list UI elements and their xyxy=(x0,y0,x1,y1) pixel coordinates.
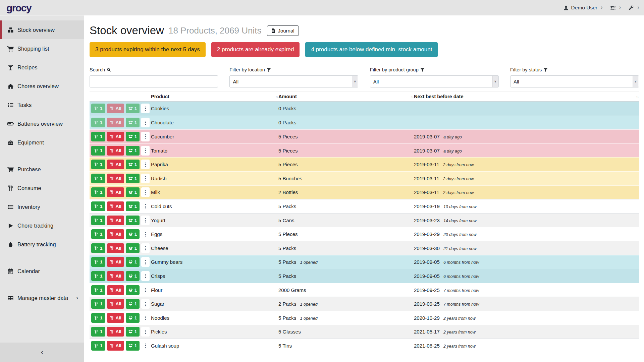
open-one-button[interactable]: 1 xyxy=(126,257,140,267)
date-column-header[interactable]: Next best before date ↑↓ xyxy=(414,94,639,99)
row-menu-button[interactable]: ⋮ xyxy=(141,201,150,211)
consume-all-button[interactable]: All xyxy=(107,341,124,351)
open-one-button[interactable]: 1 xyxy=(126,132,140,141)
consume-all-button[interactable]: All xyxy=(107,201,124,211)
product-column-header[interactable]: Product ↑↓ xyxy=(151,94,278,99)
open-one-button[interactable]: 1 xyxy=(126,174,140,183)
consume-one-button[interactable]: 1 xyxy=(91,271,105,281)
sidebar-item-inventory[interactable]: Inventory xyxy=(0,197,84,216)
sidebar-item-battery-tracking[interactable]: Battery tracking xyxy=(0,235,84,254)
row-menu-button[interactable]: ⋮ xyxy=(141,341,150,351)
row-menu-button[interactable]: ⋮ xyxy=(141,313,150,323)
consume-all-button[interactable]: All xyxy=(107,118,124,127)
consume-one-button[interactable]: 1 xyxy=(91,146,105,156)
sidebar-item-equipment[interactable]: Equipment xyxy=(0,133,84,152)
row-menu-button[interactable]: ⋮ xyxy=(141,187,150,197)
status-select[interactable]: All ∨ xyxy=(510,75,639,87)
sidebar-item-chores-overview[interactable]: Chores overview xyxy=(0,77,84,96)
open-one-button[interactable]: 1 xyxy=(126,201,140,211)
alert-badge[interactable]: 4 products are below defined min. stock … xyxy=(305,42,438,57)
sidebar-item-consume[interactable]: Consume xyxy=(0,179,84,197)
open-one-button[interactable]: 1 xyxy=(126,299,140,309)
consume-one-button[interactable]: 1 xyxy=(91,243,105,253)
row-menu-button[interactable]: ⋮ xyxy=(141,132,150,141)
location-select[interactable]: All ∨ xyxy=(229,75,358,87)
consume-one-button[interactable]: 1 xyxy=(91,104,105,113)
consume-all-button[interactable]: All xyxy=(107,285,124,295)
open-one-button[interactable]: 1 xyxy=(126,243,140,253)
row-menu-button[interactable]: ⋮ xyxy=(141,257,150,267)
row-menu-button[interactable]: ⋮ xyxy=(141,174,150,183)
sidebar-item-shopping-list[interactable]: Shopping list xyxy=(0,39,84,58)
consume-one-button[interactable]: 1 xyxy=(91,327,105,337)
consume-one-button[interactable]: 1 xyxy=(91,174,105,183)
sidebar-item-stock-overview[interactable]: Stock overview xyxy=(0,20,84,39)
consume-all-button[interactable]: All xyxy=(107,271,124,281)
sidebar-item-batteries-overview[interactable]: Batteries overview xyxy=(0,114,84,133)
row-menu-button[interactable]: ⋮ xyxy=(141,327,150,337)
row-menu-button[interactable]: ⋮ xyxy=(141,271,150,281)
row-menu-button[interactable]: ⋮ xyxy=(141,160,150,169)
open-one-button[interactable]: 1 xyxy=(126,285,140,295)
consume-one-button[interactable]: 1 xyxy=(91,118,105,127)
consume-all-button[interactable]: All xyxy=(107,146,124,156)
alert-badge[interactable]: 2 products are already expired xyxy=(211,42,300,57)
row-menu-button[interactable]: ⋮ xyxy=(141,243,150,253)
journal-button[interactable]: Journal xyxy=(267,25,299,36)
row-menu-button[interactable]: ⋮ xyxy=(141,299,150,309)
alert-badge[interactable]: 3 products expiring within the next 5 da… xyxy=(90,42,206,57)
consume-all-button[interactable]: All xyxy=(107,174,124,183)
open-one-button[interactable]: 1 xyxy=(126,146,140,156)
row-menu-button[interactable]: ⋮ xyxy=(141,146,150,156)
app-logo[interactable]: grocy xyxy=(6,2,31,14)
consume-one-button[interactable]: 1 xyxy=(91,313,105,323)
row-menu-button[interactable]: ⋮ xyxy=(141,118,150,127)
open-one-button[interactable]: 1 xyxy=(126,229,140,239)
consume-one-button[interactable]: 1 xyxy=(91,132,105,141)
sidebar-item-chore-tracking[interactable]: Chore tracking xyxy=(0,216,84,235)
consume-all-button[interactable]: All xyxy=(107,104,124,113)
sidebar-item-tasks[interactable]: Tasks xyxy=(0,96,84,114)
consume-all-button[interactable]: All xyxy=(107,243,124,253)
consume-all-button[interactable]: All xyxy=(107,132,124,141)
sidebar-item-manage-master-data[interactable]: Manage master data › xyxy=(0,289,84,307)
open-one-button[interactable]: 1 xyxy=(126,327,140,337)
open-one-button[interactable]: 1 xyxy=(126,187,140,197)
row-menu-button[interactable]: ⋮ xyxy=(141,229,150,239)
consume-one-button[interactable]: 1 xyxy=(91,187,105,197)
search-input[interactable] xyxy=(90,75,218,87)
consume-one-button[interactable]: 1 xyxy=(91,216,105,225)
row-menu-button[interactable]: ⋮ xyxy=(141,285,150,295)
open-one-button[interactable]: 1 xyxy=(126,341,140,351)
consume-all-button[interactable]: All xyxy=(107,187,124,197)
open-one-button[interactable]: 1 xyxy=(126,104,140,113)
consume-all-button[interactable]: All xyxy=(107,229,124,239)
consume-one-button[interactable]: 1 xyxy=(91,285,105,295)
consume-all-button[interactable]: All xyxy=(107,313,124,323)
consume-one-button[interactable]: 1 xyxy=(91,257,105,267)
consume-one-button[interactable]: 1 xyxy=(91,299,105,309)
consume-one-button[interactable]: 1 xyxy=(91,160,105,169)
open-one-button[interactable]: 1 xyxy=(126,271,140,281)
open-one-button[interactable]: 1 xyxy=(126,160,140,169)
amount-column-header[interactable]: Amount ↑↓ xyxy=(278,94,414,99)
consume-all-button[interactable]: All xyxy=(107,327,124,337)
consume-all-button[interactable]: All xyxy=(107,160,124,169)
sidebar-item-recipes[interactable]: Recipes xyxy=(0,58,84,77)
row-menu-button[interactable]: ⋮ xyxy=(141,216,150,225)
consume-all-button[interactable]: All xyxy=(107,216,124,225)
user-menu[interactable]: Demo User › xyxy=(563,4,603,11)
open-one-button[interactable]: 1 xyxy=(126,216,140,225)
open-one-button[interactable]: 1 xyxy=(126,118,140,127)
open-one-button[interactable]: 1 xyxy=(126,313,140,323)
admin-menu[interactable]: › xyxy=(628,4,639,11)
consume-all-button[interactable]: All xyxy=(107,257,124,267)
sidebar-item-calendar[interactable]: Calendar xyxy=(0,262,84,281)
consume-all-button[interactable]: All xyxy=(107,299,124,309)
consume-one-button[interactable]: 1 xyxy=(91,341,105,351)
product-group-select[interactable]: All ∨ xyxy=(370,75,499,87)
settings-menu[interactable]: › xyxy=(610,4,621,11)
consume-one-button[interactable]: 1 xyxy=(91,229,105,239)
consume-one-button[interactable]: 1 xyxy=(91,201,105,211)
sidebar-collapse-button[interactable]: ‹ xyxy=(0,343,84,362)
